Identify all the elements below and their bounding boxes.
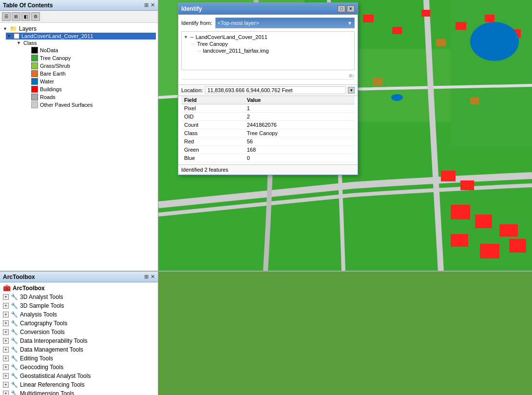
identify-from-value: <Top-most layer> (218, 20, 259, 26)
toc-close-icon[interactable]: ✕ (151, 2, 155, 8)
bare-earth-label: Bare Earth (40, 71, 66, 77)
toolbox-item-icon: 🔧 (11, 320, 18, 327)
expand-icon[interactable]: ⊞ (12, 12, 20, 21)
svg-rect-29 (373, 78, 382, 85)
toolbox-folder-item[interactable]: + 🔧 Analysis Tools (2, 310, 156, 319)
toolbox-panel: ArcToolbox ⊞ ✕ 🧰 ArcToolbox + 🔧 3D Analy… (0, 272, 158, 395)
value-cell: 2 (244, 113, 355, 121)
toolbox-item-label: 3D Analyst Tools (20, 294, 63, 300)
folder-expand-btn[interactable]: + (3, 356, 9, 361)
tree-child2-label: landcover_2011_fairfax.img (203, 48, 269, 54)
folder-expand-btn[interactable]: + (3, 294, 9, 300)
toolbox-item-icon: 🔧 (11, 364, 18, 371)
folder-expand-btn[interactable]: + (3, 320, 9, 326)
svg-rect-10 (363, 15, 374, 22)
table-row: OID2 (181, 113, 355, 121)
identify-from-dropdown[interactable]: <Top-most layer> ▼ (215, 18, 355, 28)
toolbox-folder-item[interactable]: + 🔧 Geocoding Tools (2, 363, 156, 372)
tree-root-label: LandCover\Land_Cover_2011 (195, 34, 267, 40)
svg-rect-28 (470, 98, 479, 104)
toolbox-pin-icon[interactable]: ⊞ (144, 274, 149, 280)
identify-titlebar: Identify □ ✕ (178, 3, 358, 15)
toolbox-folder-item[interactable]: + 🔧 Conversion Tools (2, 328, 156, 336)
toolbox-item-icon: 🔧 (11, 294, 18, 300)
toolbox-folder-item[interactable]: + 🔧 Editing Tools (2, 354, 156, 363)
toolbox-content: 🧰 ArcToolbox + 🔧 3D Analyst Tools + 🔧 3D… (0, 282, 158, 395)
toolbox-item-label: Conversion Tools (20, 329, 65, 336)
toolbox-item-icon: 🔧 (11, 311, 18, 318)
toolbox-folder-item[interactable]: + 🔧 3D Analyst Tools (2, 293, 156, 301)
dialog-close-btn[interactable]: ✕ (347, 5, 355, 12)
folder-expand-btn[interactable]: + (3, 303, 9, 309)
table-row: Pixel1 (181, 104, 355, 113)
toolbox-item-label: 3D Sample Tools (20, 302, 64, 309)
folder-expand-btn[interactable]: + (3, 391, 9, 395)
identify-tree: ▼ ─ LandCover\Land_Cover_2011 ··· Tree C… (181, 31, 355, 70)
field-cell: Red (181, 138, 244, 146)
folder-expand-btn[interactable]: + (3, 364, 9, 370)
roads-label: Roads (40, 94, 56, 100)
location-label: Location: (181, 87, 203, 93)
tree-canopy-swatch (31, 55, 38, 61)
toolbox-folder-item[interactable]: + 🔧 Data Management Tools (2, 345, 156, 354)
svg-rect-12 (421, 10, 430, 17)
toolbox-item-icon: 🔧 (11, 381, 18, 388)
tree-root-expand: ▼ (184, 35, 189, 40)
layers-label: Layers (19, 25, 37, 32)
tree-root-item[interactable]: ▼ ─ LandCover\Land_Cover_2011 (184, 34, 352, 40)
toolbox-folder-item[interactable]: + 🔧 3D Sample Tools (2, 301, 156, 310)
dialog-restore-btn[interactable]: □ (338, 5, 345, 12)
resize-icon: ⊞↕ (349, 73, 355, 78)
toolbox-title: ArcToolbox (3, 274, 35, 280)
map-area[interactable]: Identify □ ✕ Identify from: <Top-most la… (158, 0, 532, 271)
tree-dot2-icon: ··· (197, 48, 201, 53)
layers-icon[interactable]: ◧ (21, 12, 30, 21)
class-item[interactable]: ▼ Class (16, 40, 156, 46)
list-icon[interactable]: ☰ (2, 12, 11, 21)
folder-expand-btn[interactable]: + (3, 338, 9, 344)
buildings-label: Buildings (40, 86, 62, 92)
toolbox-item-icon: 🔧 (11, 373, 18, 379)
folder-expand-btn[interactable]: + (3, 312, 9, 317)
svg-point-24 (470, 22, 519, 61)
toolbox-folder-item[interactable]: + 🔧 Cartography Tools (2, 319, 156, 328)
options-icon[interactable]: ⚙ (31, 12, 40, 21)
svg-rect-18 (499, 224, 518, 237)
legend-tree-canopy: Tree Canopy (30, 54, 156, 62)
tree-child2[interactable]: ··· landcover_2011_fairfax.img (197, 47, 352, 54)
tree-minus-icon: ─ (190, 35, 193, 40)
dialog-controls: □ ✕ (338, 5, 355, 12)
folder-expand-btn[interactable]: + (3, 373, 9, 379)
toc-title: Table Of Contents (3, 2, 53, 9)
folder-expand-btn[interactable]: + (3, 347, 9, 353)
toolbox-folder-item[interactable]: + 🔧 Multidimension Tools (2, 389, 156, 395)
toolbox-folder-item[interactable]: + 🔧 Data Interoperability Tools (2, 336, 156, 345)
legend-grass-shrub: Grass/Shrub (30, 62, 156, 70)
legend-buildings: Buildings (30, 85, 156, 93)
toolbox-folder-item[interactable]: + 🔧 Linear Referencing Tools (2, 380, 156, 389)
tree-child1[interactable]: ··· Tree Canopy (191, 40, 352, 47)
folder-expand-btn[interactable]: + (3, 329, 9, 335)
field-header: Field (181, 96, 244, 104)
field-cell: Pixel (181, 104, 244, 113)
identify-body: Identify from: <Top-most layer> ▼ ▼ ─ La… (178, 15, 358, 84)
buildings-swatch (31, 86, 38, 93)
location-btn[interactable]: ▾ (348, 87, 355, 94)
toolbox-item-icon: 🔧 (11, 337, 18, 344)
toolbox-item-label: Analysis Tools (20, 311, 57, 318)
landcover-checkbox[interactable] (14, 33, 19, 39)
toolbox-close-icon[interactable]: ✕ (151, 274, 155, 280)
toolbox-root-icon: 🧰 (3, 284, 11, 292)
field-cell: Class (181, 129, 244, 138)
class-expand-arrow: ▼ (17, 40, 21, 45)
toolbox-root-item[interactable]: 🧰 ArcToolbox (2, 283, 156, 293)
toolbox-folder-item[interactable]: + 🔧 Geostatistical Analyst Tools (2, 372, 156, 380)
identify-from-label: Identify from: (181, 20, 212, 26)
folder-expand-btn[interactable]: + (3, 382, 9, 388)
location-value: 11,838,693.666 6,944,600.762 Feet (205, 86, 346, 94)
toc-pin-icon[interactable]: ⊞ (144, 2, 149, 8)
toc-layers-header[interactable]: ▼ 📁 Layers (2, 25, 156, 33)
landcover-layer-item[interactable]: ▼ LandCover\Land_Cover_2011 (6, 33, 156, 40)
svg-rect-11 (392, 27, 402, 34)
toc-toolbar: ☰ ⊞ ◧ ⚙ (0, 11, 158, 23)
